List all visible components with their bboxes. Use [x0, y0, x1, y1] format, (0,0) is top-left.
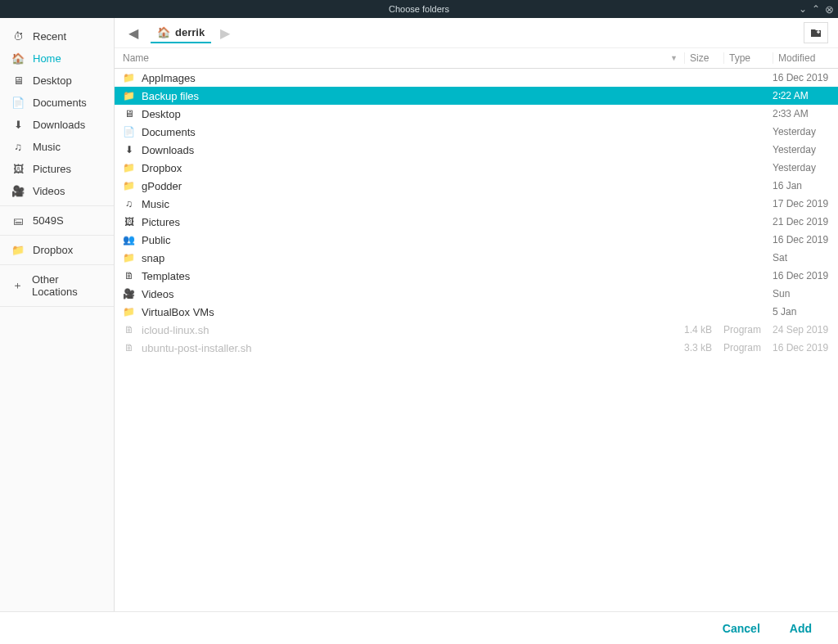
sort-indicator-icon: ▼ — [670, 54, 678, 62]
window-controls: ⌄ ⌃ ⊗ — [799, 3, 834, 16]
desktop-icon: 🖥 — [11, 74, 25, 87]
file-size: 3.3 kB — [684, 342, 723, 354]
file-row[interactable]: 📁gPodder16 Jan — [115, 177, 838, 195]
sidebar-item-other-locations[interactable]: ＋Other Locations — [0, 268, 114, 303]
file-type: Program — [723, 324, 773, 336]
sidebar-item-label: Documents — [33, 97, 87, 109]
file-icon: 📄 — [123, 126, 135, 137]
sidebar-item-label: Home — [33, 52, 61, 65]
window-title: Choose folders — [389, 4, 449, 14]
file-row[interactable]: 🖥Desktop2∶33 AM — [115, 105, 838, 123]
window-maximize-icon[interactable]: ⌃ — [812, 3, 820, 15]
file-list: 📁AppImages16 Dec 2019📁Backup files2∶22 A… — [115, 69, 838, 611]
breadcrumb-label: derrik — [175, 26, 205, 38]
file-row[interactable]: 🎥VideosSun — [115, 285, 838, 303]
file-modified: 21 Dec 2019 — [773, 216, 838, 227]
file-name: Videos — [142, 288, 174, 300]
file-icon: 📁 — [123, 72, 135, 83]
sidebar-item-home[interactable]: 🏠Home — [0, 47, 114, 70]
add-button[interactable]: Add — [790, 622, 812, 635]
documents-icon: 📄 — [11, 97, 25, 109]
new-folder-button[interactable] — [804, 22, 828, 43]
file-modified: 2∶22 AM — [773, 90, 838, 101]
downloads-icon: ⬇ — [11, 119, 25, 131]
file-name: Dropbox — [142, 162, 182, 174]
svg-rect-1 — [818, 30, 818, 34]
file-name: Templates — [142, 270, 190, 282]
file-row[interactable]: ⬇DownloadsYesterday — [115, 141, 838, 159]
file-row[interactable]: 📁Backup files2∶22 AM — [115, 87, 838, 105]
column-modified[interactable]: Modified — [773, 52, 838, 64]
sidebar-item-label: Recent — [33, 30, 66, 43]
titlebar: Choose folders ⌄ ⌃ ⊗ — [0, 0, 838, 18]
videos-icon: 🎥 — [11, 185, 25, 197]
file-row[interactable]: 📄DocumentsYesterday — [115, 123, 838, 141]
cancel-button[interactable]: Cancel — [723, 622, 760, 635]
file-size: 1.4 kB — [684, 324, 723, 336]
5049s-icon: 🖴 — [11, 214, 25, 227]
toolbar: ◀ 🏠 derrik ▶ — [115, 18, 838, 47]
sidebar-item-label: Videos — [33, 185, 65, 197]
file-row[interactable]: 👥Public16 Dec 2019 — [115, 231, 838, 249]
file-row[interactable]: 🗎icloud-linux.sh1.4 kBProgram24 Sep 2019 — [115, 321, 838, 339]
home-icon: 🏠 — [11, 52, 25, 65]
sidebar-item-dropbox[interactable]: 📁Dropbox — [0, 239, 114, 261]
column-name[interactable]: Name ▼ — [115, 52, 684, 64]
sidebar-item-pictures[interactable]: 🖼Pictures — [0, 158, 114, 180]
file-row[interactable]: 📁VirtualBox VMs5 Jan — [115, 303, 838, 321]
recent-icon: ⏱ — [11, 30, 25, 43]
file-name: icloud-linux.sh — [142, 324, 209, 336]
breadcrumb[interactable]: 🏠 derrik — [151, 23, 211, 43]
column-size[interactable]: Size — [684, 52, 723, 64]
nav-forward-icon[interactable]: ▶ — [216, 24, 234, 42]
file-modified: 16 Dec 2019 — [773, 234, 838, 245]
sidebar-item-5049s[interactable]: 🖴5049S — [0, 209, 114, 232]
file-row[interactable]: 📁AppImages16 Dec 2019 — [115, 69, 838, 87]
column-headers: Name ▼ Size Type Modified — [115, 47, 838, 69]
file-icon: 🎥 — [123, 288, 135, 299]
sidebar-item-videos[interactable]: 🎥Videos — [0, 180, 114, 202]
file-icon: 📁 — [123, 180, 135, 191]
file-icon: ♫ — [123, 198, 135, 209]
file-name: VirtualBox VMs — [142, 306, 214, 318]
file-name: snap — [142, 252, 164, 264]
sidebar-item-label: Desktop — [33, 74, 72, 87]
window-minimize-icon[interactable]: ⌄ — [799, 3, 807, 15]
file-row[interactable]: 📁snapSat — [115, 249, 838, 267]
sidebar-item-downloads[interactable]: ⬇Downloads — [0, 114, 114, 136]
file-row[interactable]: 🗎ubuntu-post-installer.sh3.3 kBProgram16… — [115, 339, 838, 357]
sidebar-item-recent[interactable]: ⏱Recent — [0, 25, 114, 47]
file-icon: 🗎 — [123, 342, 135, 354]
file-icon: 📁 — [123, 90, 135, 101]
sidebar-item-documents[interactable]: 📄Documents — [0, 92, 114, 114]
file-row[interactable]: 🗎Templates16 Dec 2019 — [115, 267, 838, 285]
file-name: Desktop — [142, 108, 181, 120]
file-name: Downloads — [142, 144, 194, 156]
file-modified: 16 Jan — [773, 180, 838, 191]
file-modified: Yesterday — [773, 144, 838, 155]
file-icon: 🖼 — [123, 216, 135, 227]
file-icon: ⬇ — [123, 144, 135, 155]
file-modified: Yesterday — [773, 126, 838, 137]
file-modified: 16 Dec 2019 — [773, 270, 838, 281]
sidebar-item-label: Music — [33, 141, 61, 153]
file-modified: 24 Sep 2019 — [773, 324, 838, 336]
column-type[interactable]: Type — [723, 52, 773, 64]
nav-back-icon[interactable]: ◀ — [124, 24, 142, 42]
window-close-icon[interactable]: ⊗ — [825, 3, 834, 16]
file-row[interactable]: ♫Music17 Dec 2019 — [115, 195, 838, 213]
sidebar-item-label: Dropbox — [33, 244, 73, 256]
file-icon: 👥 — [123, 234, 135, 245]
file-row[interactable]: 🖼Pictures21 Dec 2019 — [115, 213, 838, 231]
sidebar-item-music[interactable]: ♫Music — [0, 136, 114, 158]
sidebar-item-desktop[interactable]: 🖥Desktop — [0, 70, 114, 92]
file-type: Program — [723, 342, 773, 354]
file-name: Public — [142, 234, 170, 246]
music-icon: ♫ — [11, 141, 25, 153]
file-row[interactable]: 📁DropboxYesterday — [115, 159, 838, 177]
file-icon: 🖥 — [123, 108, 135, 119]
sidebar-item-label: Downloads — [33, 119, 85, 131]
file-icon: 🗎 — [123, 324, 135, 336]
file-name: gPodder — [142, 180, 182, 192]
file-name: ubuntu-post-installer.sh — [142, 342, 251, 354]
